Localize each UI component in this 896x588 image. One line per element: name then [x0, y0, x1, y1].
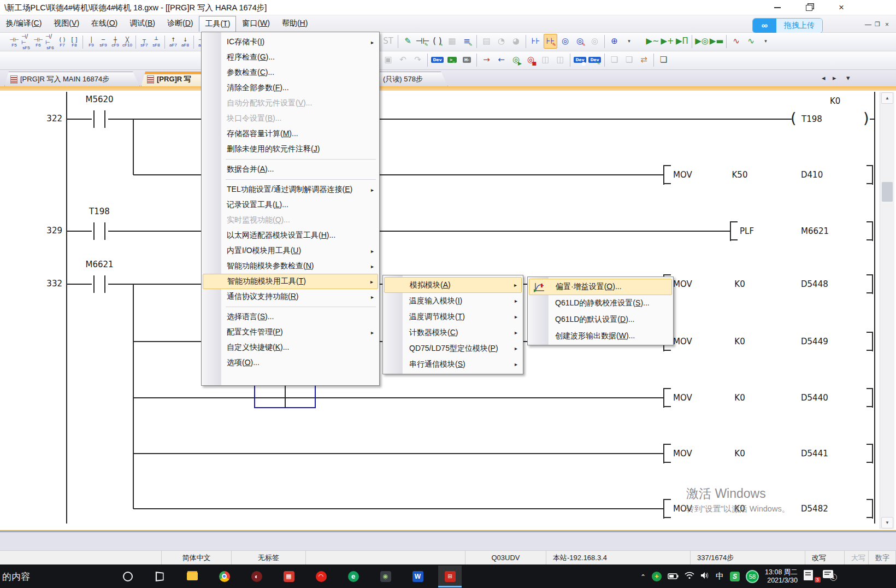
undo-icon[interactable]: ↶: [396, 52, 410, 67]
window-next-icon[interactable]: ❏: [622, 52, 636, 67]
contact-cell[interactable]: [89, 108, 113, 130]
menu-item-menu2-4[interactable]: QD75/LD75型定位模块(P)▸: [384, 340, 522, 356]
paste-icon[interactable]: ▣: [381, 52, 395, 67]
taskbar-button-browser-red-icon[interactable]: ◐: [245, 566, 268, 587]
restore-button[interactable]: [801, 2, 817, 13]
ladder-symbol-button-sF5[interactable]: ⊣/⊢sF5: [21, 34, 32, 50]
menu-item-menu1-16[interactable]: 智能功能模块参数检查(N)▸: [203, 258, 378, 274]
overflow-caret-icon[interactable]: ▾: [622, 34, 636, 49]
menu-item-menu1-12[interactable]: 记录设置工具(L)...: [203, 197, 378, 213]
menu-item-menu1-15[interactable]: 内置I/O模块用工具(U)▸: [203, 243, 378, 258]
run-monitor-icon[interactable]: ▶▬: [710, 34, 723, 49]
verify2-icon[interactable]: ◫: [553, 52, 567, 67]
menu-item-menu1-6[interactable]: 存储器容量计算(M)...: [203, 126, 378, 142]
statement-icon[interactable]: >_: [445, 52, 459, 67]
doc-find-next-icon[interactable]: ◕: [509, 34, 523, 49]
contact-cell[interactable]: [89, 273, 113, 295]
menu-item-menu1-4[interactable]: 自动分配软元件设置(V)...: [203, 96, 378, 111]
menu-item-menu1-5[interactable]: 块口令设置(B)...: [203, 111, 378, 126]
edit-ladder-icon[interactable]: ✎: [401, 34, 415, 49]
tray-hidden-icons-chevron-icon[interactable]: ⌃: [640, 572, 646, 581]
device-comment-icon[interactable]: Dev: [431, 52, 444, 67]
ladder-symbol-button-F9[interactable]: │F9: [86, 34, 97, 50]
menu-item-menu3-2[interactable]: Q61LD的默认设置(D)...: [529, 311, 672, 328]
taskbar-button-browser-green-e-icon[interactable]: e: [341, 566, 365, 587]
menubar-item-3[interactable]: 调试(B): [123, 16, 161, 32]
mdi-minimize-icon[interactable]: —: [865, 21, 871, 28]
ladder-symbol-button-sF6[interactable]: ⊣/⊢sF6: [45, 34, 56, 50]
device-tree-edit-icon[interactable]: ⊦⊦✎: [544, 34, 557, 49]
tray-clock-wrap[interactable]: 13:08 周二2021/3/30: [765, 568, 798, 585]
graph-offset-icon[interactable]: ▶~: [646, 34, 659, 49]
zoom-icon[interactable]: ⊕: [608, 34, 621, 49]
taskbar-button-cortana-circle-icon[interactable]: [116, 566, 139, 587]
taskbar-button-camera-app-icon[interactable]: ◉: [374, 566, 397, 587]
clock[interactable]: 13:08 周二2021/3/30: [765, 568, 798, 585]
verify-icon[interactable]: ◫: [539, 52, 552, 67]
menu-item-menu2-0[interactable]: 模拟模块(A)▸: [384, 277, 522, 293]
taskbar-button-gx-works-icon[interactable]: ⊞: [438, 566, 462, 587]
device-display-edit-icon[interactable]: Dev✎: [588, 52, 602, 67]
write-to-plc-icon[interactable]: →: [480, 52, 493, 67]
scroll-up-icon[interactable]: ▲: [881, 92, 893, 104]
tray-ime-chinese-indicator[interactable]: 中: [716, 571, 724, 581]
monitor-start-icon[interactable]: ◎▶: [509, 52, 523, 67]
menu-item-menu1-20[interactable]: 选择语言(S)...: [203, 309, 378, 325]
menu-item-menu1-1[interactable]: 程序检查(G)...: [203, 50, 378, 65]
tray-sogou-icon[interactable]: S: [730, 572, 740, 581]
ladder-symbol-button-sF8[interactable]: ┴sF8: [151, 34, 162, 50]
menu-item-menu1-0[interactable]: IC存储卡(I)▸: [203, 34, 378, 50]
menu-item-menu1-14[interactable]: 以太网适配器模块设置工具(H)...: [203, 228, 378, 243]
tab-list-icon[interactable]: ▾: [846, 74, 850, 82]
tray-antivirus-health-icon[interactable]: 58: [746, 570, 759, 583]
tray-notification-badge-icon[interactable]: 1: [823, 570, 837, 583]
menu-item-menu1-9[interactable]: 数据合并(A)...: [203, 162, 378, 177]
tray-speaker-icon[interactable]: [700, 572, 710, 581]
edit-block-icon[interactable]: ▦: [445, 34, 459, 49]
device-tree-icon[interactable]: ⊦⊦: [529, 34, 543, 49]
menu-item-menu3-1[interactable]: Q61LD的静载校准设置(S)...: [529, 295, 672, 311]
menu-item-menu2-3[interactable]: 计数器模块(C)▸: [384, 325, 522, 340]
menu-item-menu1-21[interactable]: 配置文件管理(P)▸: [203, 325, 378, 340]
ladder-symbol-button-F5[interactable]: ⊣⊢F5: [9, 34, 20, 50]
taskbar-button-app-red-grid-icon[interactable]: ▦: [277, 566, 300, 587]
monitor-stop-icon[interactable]: ◎■: [524, 52, 538, 67]
contact-cell[interactable]: [89, 220, 113, 242]
tray-documents-badge-icon[interactable]: 3: [804, 570, 817, 583]
edit-line-icon[interactable]: ≡✎: [460, 34, 474, 49]
close-button[interactable]: ×: [833, 2, 850, 13]
find-device-icon[interactable]: ◎: [558, 34, 572, 49]
ladder-symbol-button-F7[interactable]: ( )F7: [57, 34, 68, 50]
tray-wifi-icon[interactable]: [685, 572, 694, 581]
tab-scroll-right-icon[interactable]: ▸: [833, 74, 836, 82]
read-from-plc-icon[interactable]: ←: [494, 52, 508, 67]
baidu-netdisk-upload-overlay[interactable]: ∞ 拖拽上传: [752, 18, 823, 33]
menu-item-menu3-3[interactable]: 创建波形输出数据(W)...: [529, 328, 672, 344]
menu-item-menu1-22[interactable]: 自定义快捷键(K)...: [203, 340, 378, 355]
menu-item-menu2-5[interactable]: 串行通信模块(S)▸: [384, 356, 522, 372]
graph-temp-icon[interactable]: ∿: [729, 34, 743, 49]
menubar-item-5[interactable]: 工具(T): [199, 16, 236, 32]
overflow-caret2-icon[interactable]: ▾: [759, 34, 773, 49]
ladder-symbol-button-aF7[interactable]: ↑aF7: [168, 34, 179, 50]
window-prev-icon[interactable]: ❏: [608, 52, 621, 67]
edit-coil-icon[interactable]: ( )✎: [431, 34, 444, 49]
taskbar-button-netease-red-icon[interactable]: ◠: [309, 566, 333, 587]
ladder-symbol-button-F6[interactable]: ⊣⊢F6: [33, 34, 44, 50]
taskbar-button-chrome-icon[interactable]: [213, 566, 236, 587]
mdi-restore-icon[interactable]: ❐: [875, 21, 880, 28]
menu-item-menu1-18[interactable]: 通信协议支持功能(R)▸: [203, 289, 378, 304]
tray-battery-icon[interactable]: [668, 572, 679, 581]
taskbar-button-task-view-icon[interactable]: [148, 566, 172, 587]
ladder-symbol-button-aF8[interactable]: ↓aF8: [180, 34, 191, 50]
ladder-symbol-button-cF10[interactable]: ╳cF10: [122, 34, 133, 50]
graph-gain-icon[interactable]: ▶+: [661, 34, 674, 49]
transfer-setup-icon[interactable]: ⇄: [637, 52, 651, 67]
dev-search-icon[interactable]: ◎: [588, 34, 602, 49]
scrollbar-thumb[interactable]: [882, 182, 893, 202]
menu-item-menu1-2[interactable]: 参数检查(C)...: [203, 65, 378, 80]
tab-prg-main[interactable]: [PRG]R 写入 MAIN 16874步: [4, 72, 140, 86]
menu-item-menu1-11[interactable]: TEL功能设置/通过调制解调器连接(E)▸: [203, 182, 378, 197]
tab-scroll-left-icon[interactable]: ◂: [822, 74, 826, 82]
graph-pulse-icon[interactable]: ▶Π: [675, 34, 689, 49]
